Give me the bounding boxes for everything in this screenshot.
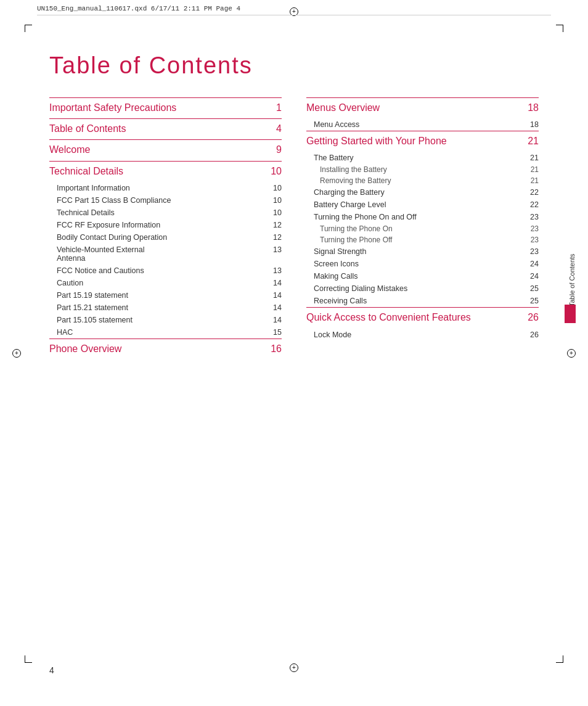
- corner-mark-tr: [556, 25, 563, 32]
- corner-mark-br: [556, 655, 563, 663]
- toc-section-technical: Technical Details 10 Important Informati…: [49, 161, 282, 339]
- reg-mark-bottom: [290, 663, 298, 672]
- main-content: Table of Contents Important Safety Preca…: [49, 34, 539, 657]
- toc-sub-fcc15: FCC Part 15 Class B Compliance 10: [49, 194, 282, 207]
- toc-num-welcome: 9: [276, 144, 282, 155]
- toc-sub-making-calls: Making Calls 24: [306, 270, 539, 282]
- toc-sub-part15105: Part 15.105 statement 14: [49, 314, 282, 326]
- toc-label-toc: Table of Contents: [49, 123, 271, 134]
- toc-num-phone-overview: 16: [271, 343, 282, 355]
- toc-sub-caution: Caution 14: [49, 277, 282, 289]
- header-bar: UN150_Eng_manual_110617.qxd 6/17/11 2:11…: [37, 5, 551, 15]
- toc-sub-battery: The Battery 21: [306, 152, 539, 164]
- toc-num-technical: 10: [271, 166, 282, 177]
- toc-sub-part1519: Part 15.19 statement 14: [49, 289, 282, 302]
- toc-sub-menu-access: Menu Access 18: [306, 118, 539, 131]
- page-number: 4: [49, 665, 54, 675]
- toc-sub-hac: HAC 15: [49, 326, 282, 339]
- toc-entry-quick-access: Quick Access to Convenient Features 26: [306, 307, 539, 327]
- toc-sub-install-battery: Installing the Battery 21: [306, 164, 539, 175]
- toc-section-welcome: Welcome 9: [49, 139, 282, 159]
- toc-label-technical: Technical Details: [49, 165, 266, 177]
- toc-section-menus: Menus Overview 18 Menu Access 18: [306, 97, 539, 131]
- reg-mark-right: [567, 349, 576, 358]
- side-tab: Table of Contents: [565, 243, 576, 323]
- toc-entry-toc: Table of Contents 4: [49, 118, 282, 138]
- toc-sub-bodily: Bodily Contact During Operation 12: [49, 231, 282, 244]
- toc-sub-phone-onoff: Turning the Phone On and Off 23: [306, 211, 539, 223]
- toc-section-quick-access: Quick Access to Convenient Features 26 L…: [306, 307, 539, 340]
- left-column: Important Safety Precautions 1 Table of …: [49, 97, 282, 359]
- toc-entry-technical: Technical Details 10: [49, 161, 282, 181]
- toc-label-getting-started: Getting Started with Your Phone: [306, 135, 523, 147]
- toc-sub-charge-battery: Charging the Battery 22: [306, 186, 539, 199]
- toc-sub-phone-off: Turning the Phone Off 23: [306, 234, 539, 245]
- toc-num-toc: 4: [276, 123, 282, 134]
- toc-section-toc: Table of Contents 4: [49, 118, 282, 138]
- toc-num-menus: 18: [528, 102, 539, 113]
- toc-label-quick-access: Quick Access to Convenient Features: [306, 311, 523, 323]
- toc-sub-receiving-calls: Receiving Calls 25: [306, 295, 539, 307]
- page-title: Table of Contents: [49, 52, 539, 79]
- toc-sub-vehicle: Vehicle-Mounted External Antenna 13: [49, 244, 282, 265]
- toc-columns: Important Safety Precautions 1 Table of …: [49, 97, 539, 359]
- toc-entry-menus: Menus Overview 18: [306, 97, 539, 117]
- toc-sub-battery-level: Battery Charge Level 22: [306, 199, 539, 211]
- corner-mark-tl: [25, 25, 32, 32]
- toc-sub-fcc-notice: FCC Notice and Cautions 13: [49, 265, 282, 277]
- header-text: UN150_Eng_manual_110617.qxd 6/17/11 2:11…: [37, 5, 240, 12]
- corner-mark-bl: [25, 655, 32, 663]
- toc-section-getting-started: Getting Started with Your Phone 21 The B…: [306, 131, 539, 307]
- toc-sub-phone-on: Turning the Phone On 23: [306, 223, 539, 234]
- toc-sub-tech-details: Technical Details 10: [49, 207, 282, 219]
- toc-sub-lock-mode: Lock Mode 26: [306, 329, 539, 341]
- toc-sub-fcc-rf: FCC RF Exposure Information 12: [49, 219, 282, 231]
- toc-section-safety: Important Safety Precautions 1: [49, 97, 282, 117]
- side-tab-bar: [565, 305, 576, 323]
- toc-entry-welcome: Welcome 9: [49, 139, 282, 159]
- toc-entry-getting-started: Getting Started with Your Phone 21: [306, 131, 539, 150]
- toc-sub-remove-battery: Removing the Battery 21: [306, 175, 539, 186]
- right-column: Menus Overview 18 Menu Access 18 Getting…: [306, 97, 539, 359]
- toc-entry-phone-overview: Phone Overview 16: [49, 339, 282, 358]
- toc-label-menus: Menus Overview: [306, 102, 523, 113]
- toc-sub-part1521: Part 15.21 statement 14: [49, 302, 282, 314]
- toc-section-phone-overview: Phone Overview 16: [49, 339, 282, 358]
- toc-sub-signal: Signal Strength 23: [306, 245, 539, 258]
- reg-mark-left: [12, 349, 21, 358]
- toc-sub-correcting-dialing: Correcting Dialing Mistakes 25: [306, 282, 539, 295]
- toc-num-safety: 1: [276, 102, 282, 113]
- toc-entry-safety: Important Safety Precautions 1: [49, 97, 282, 117]
- toc-label-welcome: Welcome: [49, 144, 271, 155]
- toc-label-safety: Important Safety Precautions: [49, 102, 271, 113]
- toc-label-phone-overview: Phone Overview: [49, 343, 266, 355]
- toc-sub-screen-icons: Screen Icons 24: [306, 258, 539, 270]
- toc-sub-important-info: Important Information 10: [49, 182, 282, 194]
- toc-num-getting-started: 21: [528, 136, 539, 147]
- toc-num-quick-access: 26: [528, 312, 539, 323]
